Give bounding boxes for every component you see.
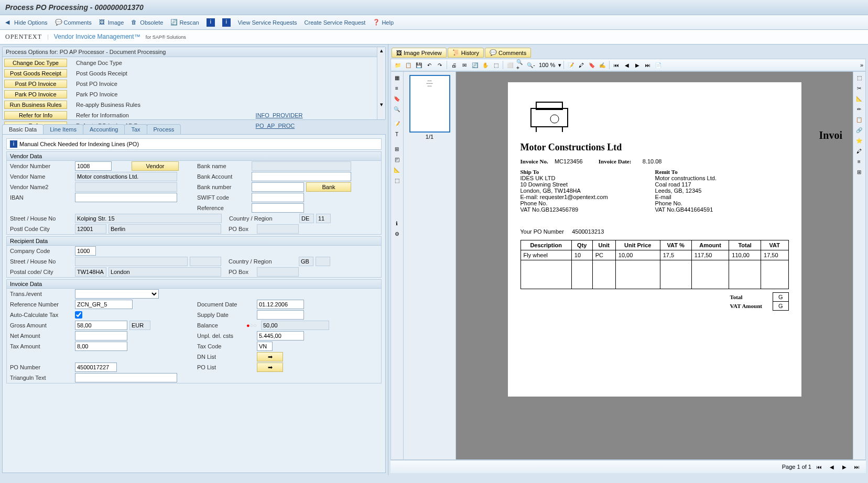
supply-date-input[interactable] [257,310,304,320]
process-option-button[interactable]: Change Doc Type [4,59,67,67]
tab-process[interactable]: Process [147,124,181,134]
process-option-button[interactable]: Post PO Invoice [4,80,67,88]
vbtn-prev[interactable]: ◀ [622,60,632,70]
vbtn-note[interactable]: 📝 [566,60,576,70]
zoom-dropdown-icon[interactable]: ▾ [558,62,561,69]
iban-input[interactable] [75,193,177,202]
ref-number-input[interactable] [75,300,133,309]
zoom-level[interactable]: 100 % [537,62,557,68]
rt-1[interactable]: ⬚ [854,73,864,82]
vendor-number-input[interactable] [75,161,112,171]
rt-6[interactable]: 🔗 [854,125,864,135]
trianguln-input[interactable] [75,373,177,382]
tab-comments[interactable]: 💬Comments [485,48,531,58]
st-select[interactable]: ⬚ [392,175,402,185]
vbtn-undo[interactable]: ↶ [425,60,434,70]
process-option-button[interactable]: Park PO Invoice [4,90,67,98]
st-thumb[interactable]: ▦ [392,73,402,82]
tab-image-preview[interactable]: 🖼Image Preview [392,48,447,58]
bank-number-input[interactable] [252,182,304,192]
sb-first[interactable]: ⏮ [815,462,824,471]
po-list-button[interactable]: ➡ [257,363,283,372]
vbtn-hand[interactable]: ✋ [481,60,490,70]
vbtn-sig[interactable]: ✍ [598,60,607,70]
rt-4[interactable]: ✏ [854,104,864,114]
auto-calc-tax-checkbox[interactable] [75,311,82,319]
vbtn-open[interactable]: 📁 [393,60,403,70]
st-ruler[interactable]: 📐 [392,165,402,174]
rt-3[interactable]: 📐 [854,94,864,103]
help-button[interactable]: ❓Help [373,19,394,26]
info1-icon[interactable]: i [207,18,215,27]
sb-prev[interactable]: ◀ [827,462,837,471]
info2-icon[interactable]: i [222,18,231,27]
sb-last[interactable]: ⏭ [852,462,862,471]
st-info[interactable]: ℹ [392,218,402,228]
unpl-del-input[interactable] [257,331,304,341]
options-scrollbar[interactable]: ▴ ▾ [377,47,385,119]
st-grid[interactable]: ⊞ [392,144,402,153]
vbtn-last[interactable]: ⏭ [643,60,653,70]
vbtn-redo[interactable]: ↷ [435,60,444,70]
rt-8[interactable]: 🖍 [854,146,864,156]
doc-date-input[interactable] [257,300,304,309]
vbtn-zoomin[interactable]: 🔍+ [516,60,525,70]
tax-code-input[interactable] [257,342,273,351]
trans-event-select[interactable] [75,289,159,299]
rt-9[interactable]: ≡ [854,157,864,166]
st-layers[interactable]: ≡ [392,83,402,93]
vbtn-fitpage[interactable]: ⬜ [505,60,515,70]
vbtn-more[interactable]: » [860,62,863,68]
vbtn-page[interactable]: 📄 [654,60,663,70]
vbtn-send[interactable]: ✉ [460,60,469,70]
vbtn-print[interactable]: 🖨 [449,60,459,70]
rt-10[interactable]: ⊞ [854,167,864,177]
vbtn-zoomout[interactable]: 🔍- [526,60,536,70]
tab-tax[interactable]: Tax [124,124,147,134]
tab-line-items[interactable]: Line Items [43,124,83,134]
hide-options-button[interactable]: ◀Hide Options [5,19,48,26]
st-bookmark[interactable]: 🔖 [392,94,402,103]
page-thumbnail[interactable]: ▬▬▬▬▬▬▬ [409,75,450,133]
gross-amount-input[interactable] [75,321,127,330]
vbtn-refresh[interactable]: 🔄 [470,60,480,70]
po-number-input[interactable] [75,363,117,372]
vbtn-next[interactable]: ▶ [633,60,642,70]
tab-accounting[interactable]: Accounting [83,124,125,134]
rescan-button[interactable]: 🔄Rescan [170,19,199,26]
dn-list-button[interactable]: ➡ [257,352,283,361]
vendor-button[interactable]: Vendor [132,161,179,171]
tab-history[interactable]: 📜History [448,48,484,58]
process-option-button[interactable]: Refer for Info [4,111,67,119]
st-text[interactable]: T [392,129,402,139]
reference-input[interactable] [252,203,304,213]
vbtn-select[interactable]: ⬚ [491,60,501,70]
image-button[interactable]: 🖼Image [99,19,124,26]
vbtn-save[interactable]: 💾 [414,60,424,70]
bank-account-input[interactable] [252,172,351,181]
net-amount-input[interactable] [75,331,127,341]
rt-5[interactable]: 📋 [854,115,864,124]
view-service-requests-button[interactable]: View Service Requests [238,19,297,26]
process-option-button[interactable]: Run Business Rules [4,101,67,109]
rt-7[interactable]: ⭐ [854,136,864,145]
vbtn-copy[interactable]: 📋 [404,60,413,70]
st-search[interactable]: 🔍 [392,104,402,114]
comments-button[interactable]: 💬Comments [55,19,92,26]
st-crop[interactable]: ◰ [392,155,402,164]
process-option-link[interactable]: INFO_PROVIDER [256,111,376,120]
create-service-request-button[interactable]: Create Service Request [305,19,366,26]
swift-input[interactable] [252,193,304,202]
obsolete-button[interactable]: 🗑Obsolete [131,19,163,26]
st-annot[interactable]: 📝 [392,119,402,128]
company-code-input[interactable] [75,246,96,256]
document-area[interactable]: Invoi Motor Constructions Ltd Invoice No… [456,72,853,459]
st-settings[interactable]: ⚙ [392,229,402,238]
vbtn-first[interactable]: ⏮ [612,60,621,70]
process-option-button[interactable]: Post Goods Receipt [4,69,67,78]
rt-2[interactable]: ✂ [854,83,864,93]
vbtn-highlight[interactable]: 🖍 [577,60,586,70]
tax-amount-input[interactable] [75,342,127,351]
tab-basic-data[interactable]: Basic Data [2,124,44,134]
vbtn-stamp[interactable]: 🔖 [587,60,596,70]
